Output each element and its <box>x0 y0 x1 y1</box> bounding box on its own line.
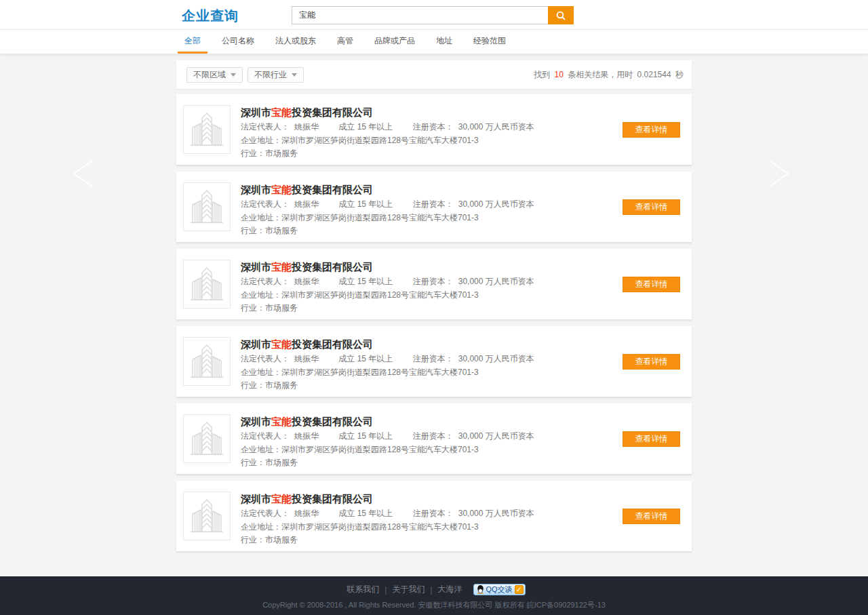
registered-capital-value: 30,000 万人民币资本 <box>458 277 534 286</box>
company-name-suffix: 投资集团有限公司 <box>292 261 373 273</box>
legal-rep-value: 姚振华 <box>294 431 319 441</box>
result-card: 深圳市宝能投资集团有限公司 法定代表人：姚振华 成立 15 年以上 注册资本：3… <box>176 403 692 474</box>
founded-value: 成立 15 年以上 <box>338 509 393 518</box>
filter-panel: 不限区域 不限行业 找到 10 条相关结果，用时 0.021544 秒 <box>176 60 692 89</box>
founded-value: 成立 15 年以上 <box>338 277 393 286</box>
company-info: 深圳市宝能投资集团有限公司 法定代表人：姚振华 成立 15 年以上 注册资本：3… <box>176 172 692 237</box>
results-container: 不限区域 不限行业 找到 10 条相关结果，用时 0.021544 秒 <box>176 60 692 551</box>
magnifier-icon <box>555 10 566 21</box>
company-name-link[interactable]: 深圳市宝能投资集团有限公司 <box>241 415 692 429</box>
founded-value: 成立 15 年以上 <box>338 431 393 441</box>
company-info: 深圳市宝能投资集团有限公司 法定代表人：姚振华 成立 15 年以上 注册资本：3… <box>176 94 692 159</box>
footer-link-dahaiyang[interactable]: 大海洋 <box>438 584 462 595</box>
building-icon <box>188 419 226 458</box>
chevron-left-icon[interactable] <box>70 159 94 188</box>
industry-filter-dropdown[interactable]: 不限行业 <box>248 67 304 83</box>
footer: 联系我们 | 关于我们 | 大海洋 QQ交谈 ✓ CopyRight © 200… <box>0 576 868 615</box>
company-name-link[interactable]: 深圳市宝能投资集团有限公司 <box>241 183 692 197</box>
result-card: 深圳市宝能投资集团有限公司 法定代表人：姚振华 成立 15 年以上 注册资本：3… <box>176 249 692 319</box>
site-logo[interactable]: 企业查询 <box>182 7 239 25</box>
building-icon <box>188 342 226 381</box>
legal-rep-label: 法定代表人： <box>241 354 290 363</box>
tab-brand-or-product[interactable]: 品牌或产品 <box>368 30 422 54</box>
company-name-suffix: 投资集团有限公司 <box>292 338 373 350</box>
legal-rep-label: 法定代表人： <box>241 431 290 441</box>
chevron-right-icon[interactable] <box>768 159 792 188</box>
legal-rep-label: 法定代表人： <box>241 122 290 132</box>
result-count: 10 <box>555 70 564 79</box>
tab-all[interactable]: 全部 <box>178 30 208 54</box>
tab-address[interactable]: 地址 <box>429 30 459 54</box>
company-industry: 行业：市场服务 <box>241 380 692 391</box>
footer-separator: | <box>430 585 432 595</box>
registered-capital-label: 注册资本： <box>413 122 454 132</box>
registered-capital-label: 注册资本： <box>413 199 454 209</box>
search-button[interactable] <box>548 6 574 24</box>
company-name-highlight: 宝能 <box>271 261 292 273</box>
result-card: 深圳市宝能投资集团有限公司 法定代表人：姚振华 成立 15 年以上 注册资本：3… <box>176 481 692 551</box>
registered-capital-value: 30,000 万人民币资本 <box>458 509 534 518</box>
legal-rep-value: 姚振华 <box>294 122 319 132</box>
tab-business-scope[interactable]: 经验范围 <box>467 30 513 54</box>
result-card: 深圳市宝能投资集团有限公司 法定代表人：姚振华 成立 15 年以上 注册资本：3… <box>176 326 692 397</box>
legal-rep-value: 姚振华 <box>294 199 319 209</box>
company-name-prefix: 深圳市 <box>241 493 271 504</box>
founded-value: 成立 15 年以上 <box>338 122 393 132</box>
caret-down-icon <box>292 73 297 77</box>
qq-penguin-icon <box>477 585 484 594</box>
company-logo-placeholder <box>183 492 231 540</box>
search-stats: 找到 10 条相关结果，用时 0.021544 秒 <box>534 69 684 81</box>
company-industry: 行业：市场服务 <box>241 458 692 469</box>
company-info: 深圳市宝能投资集团有限公司 法定代表人：姚振华 成立 15 年以上 注册资本：3… <box>176 403 692 469</box>
tab-legal-or-shareholder[interactable]: 法人或股东 <box>269 30 323 54</box>
view-details-button[interactable]: 查看详情 <box>623 354 680 370</box>
legal-rep-value: 姚振华 <box>294 277 319 286</box>
qq-chat-label: QQ交谈 <box>486 584 513 595</box>
company-name-prefix: 深圳市 <box>241 106 271 118</box>
view-details-button[interactable]: 查看详情 <box>623 509 680 524</box>
company-name-highlight: 宝能 <box>271 106 292 118</box>
company-name-link[interactable]: 深圳市宝能投资集团有限公司 <box>241 106 692 119</box>
header: 企业查询 <box>0 0 868 30</box>
legal-rep-label: 法定代表人： <box>241 277 290 286</box>
company-industry: 行业：市场服务 <box>241 535 692 546</box>
search-type-tabs: 全部 公司名称 法人或股东 高管 品牌或产品 地址 经验范围 <box>0 30 868 54</box>
footer-link-about-us[interactable]: 关于我们 <box>392 584 425 595</box>
footer-link-contact-us[interactable]: 联系我们 <box>347 584 379 595</box>
company-name-suffix: 投资集团有限公司 <box>292 416 373 427</box>
view-details-button[interactable]: 查看详情 <box>623 431 680 447</box>
search-input[interactable] <box>292 6 548 24</box>
company-info: 深圳市宝能投资集团有限公司 法定代表人：姚振华 成立 15 年以上 注册资本：3… <box>176 249 692 314</box>
registered-capital-label: 注册资本： <box>413 354 454 363</box>
company-info: 深圳市宝能投资集团有限公司 法定代表人：姚振华 成立 15 年以上 注册资本：3… <box>176 481 692 546</box>
view-details-button[interactable]: 查看详情 <box>623 199 680 215</box>
caret-down-icon <box>231 73 236 77</box>
tab-executives[interactable]: 高管 <box>330 30 360 54</box>
company-name-highlight: 宝能 <box>271 184 292 195</box>
stats-suffix: 秒 <box>675 70 684 79</box>
company-industry: 行业：市场服务 <box>241 303 692 314</box>
region-filter-dropdown[interactable]: 不限区域 <box>186 67 243 83</box>
building-icon <box>188 187 226 226</box>
result-card: 深圳市宝能投资集团有限公司 法定代表人：姚振华 成立 15 年以上 注册资本：3… <box>176 172 692 242</box>
qq-chat-button[interactable]: QQ交谈 ✓ <box>473 584 526 595</box>
company-industry: 行业：市场服务 <box>241 226 692 237</box>
check-icon: ✓ <box>515 585 524 594</box>
company-name-highlight: 宝能 <box>271 416 292 427</box>
company-name-prefix: 深圳市 <box>241 416 271 427</box>
region-filter-label: 不限区域 <box>193 69 226 81</box>
tab-company-name[interactable]: 公司名称 <box>215 30 261 54</box>
company-logo-placeholder <box>183 105 231 154</box>
view-details-button[interactable]: 查看详情 <box>623 277 680 292</box>
company-name-link[interactable]: 深圳市宝能投资集团有限公司 <box>241 492 692 506</box>
stats-middle: 条相关结果，用时 <box>568 70 633 79</box>
company-name-suffix: 投资集团有限公司 <box>292 184 373 195</box>
results-list: 深圳市宝能投资集团有限公司 法定代表人：姚振华 成立 15 年以上 注册资本：3… <box>176 94 692 551</box>
company-logo-placeholder <box>183 414 231 463</box>
elapsed-time: 0.021544 <box>637 70 671 79</box>
company-name-link[interactable]: 深圳市宝能投资集团有限公司 <box>241 260 692 274</box>
registered-capital-value: 30,000 万人民币资本 <box>458 122 534 132</box>
company-logo-placeholder <box>183 337 231 386</box>
view-details-button[interactable]: 查看详情 <box>623 122 680 138</box>
company-name-link[interactable]: 深圳市宝能投资集团有限公司 <box>241 338 692 351</box>
